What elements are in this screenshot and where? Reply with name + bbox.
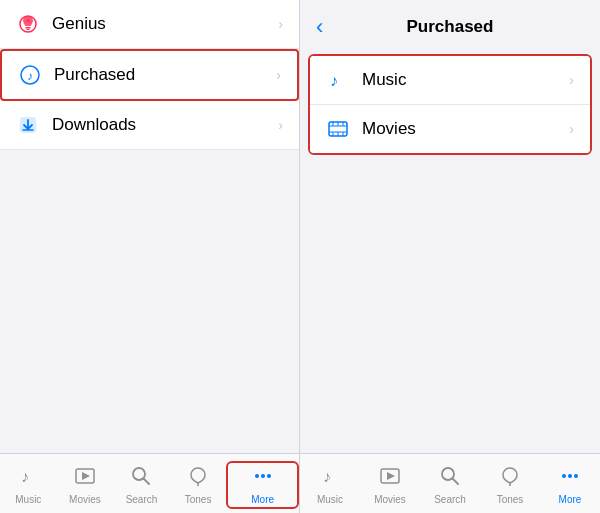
right-item-music-chevron: › — [569, 72, 574, 88]
svg-point-13 — [267, 474, 271, 478]
music-right-nav-icon: ♪ — [319, 465, 341, 492]
svg-text:♪: ♪ — [27, 69, 33, 83]
right-panel: ‹ Purchased ♪ Music › — [300, 0, 600, 513]
more-right-nav-icon — [559, 465, 581, 492]
sidebar-item-purchased-chevron: › — [276, 67, 281, 83]
sidebar-item-genius-label: Genius — [52, 14, 278, 34]
svg-line-28 — [453, 478, 459, 484]
music-nav-icon: ♪ — [17, 465, 39, 492]
nav-item-music-left-label: Music — [15, 494, 41, 505]
nav-item-more-left-label: More — [251, 494, 274, 505]
tones-right-nav-icon — [499, 465, 521, 492]
right-item-music-label: Music — [362, 70, 569, 90]
right-items-list: ♪ Music › — [308, 54, 592, 155]
nav-item-tones-right[interactable]: Tones — [480, 465, 540, 505]
nav-item-music-right[interactable]: ♪ Music — [300, 465, 360, 505]
movies-right-nav-icon — [379, 465, 401, 492]
svg-marker-7 — [82, 472, 90, 480]
movies-icon — [326, 117, 350, 141]
sidebar-item-purchased[interactable]: ♪ Purchased › — [0, 49, 299, 101]
svg-text:♪: ♪ — [323, 468, 331, 485]
nav-item-tones-left[interactable]: Tones — [170, 465, 227, 505]
nav-item-movies-right[interactable]: Movies — [360, 465, 420, 505]
right-item-movies[interactable]: Movies › — [310, 105, 590, 153]
nav-item-movies-left-label: Movies — [69, 494, 101, 505]
nav-item-music-right-label: Music — [317, 494, 343, 505]
nav-item-movies-right-label: Movies — [374, 494, 406, 505]
nav-item-more-right[interactable]: More — [540, 465, 600, 505]
movies-nav-icon — [74, 465, 96, 492]
purchased-icon: ♪ — [18, 63, 42, 87]
right-header: ‹ Purchased — [300, 0, 600, 54]
right-item-music[interactable]: ♪ Music › — [310, 56, 590, 105]
svg-text:♪: ♪ — [21, 468, 29, 485]
nav-item-tones-right-label: Tones — [497, 494, 524, 505]
sidebar-item-downloads[interactable]: Downloads › — [0, 101, 299, 150]
back-button[interactable]: ‹ — [316, 14, 323, 40]
svg-point-11 — [255, 474, 259, 478]
sidebar-item-purchased-label: Purchased — [54, 65, 276, 85]
sidebar-item-downloads-label: Downloads — [52, 115, 278, 135]
search-right-nav-icon — [439, 465, 461, 492]
sidebar-item-genius-chevron: › — [278, 16, 283, 32]
left-list: Genius › ♪ Purchased › — [0, 0, 299, 150]
nav-item-search-right[interactable]: Search — [420, 465, 480, 505]
nav-item-search-left-label: Search — [126, 494, 158, 505]
right-item-movies-chevron: › — [569, 121, 574, 137]
right-panel-title: Purchased — [407, 17, 494, 37]
music-icon: ♪ — [326, 68, 350, 92]
sidebar-item-downloads-chevron: › — [278, 117, 283, 133]
svg-point-31 — [568, 474, 572, 478]
right-item-movies-label: Movies — [362, 119, 569, 139]
sidebar-item-genius[interactable]: Genius › — [0, 0, 299, 49]
genius-icon — [16, 12, 40, 36]
search-nav-icon — [130, 465, 152, 492]
nav-item-more-right-label: More — [559, 494, 582, 505]
svg-point-32 — [574, 474, 578, 478]
nav-item-more-left[interactable]: More — [226, 461, 299, 509]
svg-point-30 — [562, 474, 566, 478]
downloads-icon — [16, 113, 40, 137]
right-bottom-nav: ♪ Music Movies — [300, 453, 600, 513]
main-container: Genius › ♪ Purchased › — [0, 0, 600, 513]
tones-nav-icon — [187, 465, 209, 492]
nav-item-music-left[interactable]: ♪ Music — [0, 465, 57, 505]
nav-item-search-left[interactable]: Search — [113, 465, 170, 505]
nav-item-search-right-label: Search — [434, 494, 466, 505]
nav-item-movies-left[interactable]: Movies — [57, 465, 114, 505]
svg-marker-26 — [387, 472, 395, 480]
svg-text:♪: ♪ — [330, 72, 338, 89]
left-panel: Genius › ♪ Purchased › — [0, 0, 300, 513]
svg-line-9 — [144, 478, 150, 484]
more-nav-icon — [252, 465, 274, 492]
left-bottom-nav: ♪ Music Movies — [0, 453, 299, 513]
svg-point-12 — [261, 474, 265, 478]
nav-item-tones-left-label: Tones — [185, 494, 212, 505]
